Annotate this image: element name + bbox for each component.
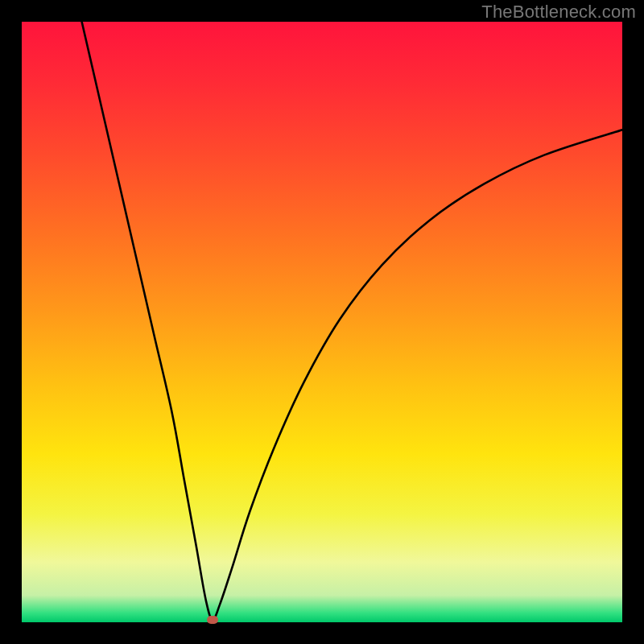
chart-stage: TheBottleneck.com — [0, 0, 644, 644]
background-gradient — [22, 22, 622, 622]
svg-rect-0 — [22, 22, 622, 622]
minimum-marker — [207, 616, 218, 624]
attribution-label: TheBottleneck.com — [481, 2, 636, 23]
plot-frame — [22, 22, 622, 622]
